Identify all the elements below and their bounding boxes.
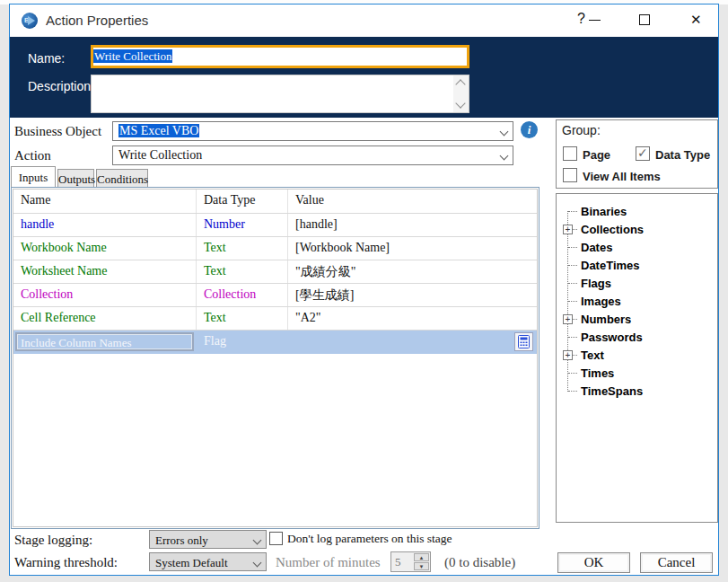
- tree-item-passwords[interactable]: Passwords: [557, 328, 717, 346]
- page-checkbox-label: Page: [583, 148, 610, 162]
- close-button[interactable]: ✕: [690, 12, 702, 28]
- param-type: Text: [197, 307, 288, 330]
- param-value[interactable]: [288, 331, 537, 353]
- action-selected-text: Write Collection: [118, 148, 202, 162]
- blue-prism-icon: [22, 13, 38, 29]
- name-label: Name:: [28, 51, 65, 66]
- warning-threshold-combobox[interactable]: System Default: [149, 552, 267, 571]
- chevron-down-icon: [500, 152, 509, 161]
- scroll-down-icon[interactable]: [455, 98, 465, 108]
- chevron-down-icon: [253, 559, 262, 568]
- tree-item-timespans[interactable]: TimeSpans: [557, 382, 717, 400]
- disable-hint-label: (0 to disable): [444, 555, 515, 570]
- inputs-table: Name Data Type Value handle Number [hand…: [13, 189, 538, 527]
- table-row[interactable]: handle Number [handle]: [13, 214, 537, 237]
- warning-threshold-value: System Default: [155, 556, 228, 569]
- scroll-up-icon[interactable]: [455, 79, 465, 89]
- name-input[interactable]: Write Collection: [91, 45, 469, 68]
- param-name-edit-field[interactable]: Include Column Names: [15, 332, 194, 351]
- tab-conditions[interactable]: Conditions: [96, 169, 148, 187]
- param-value[interactable]: [學生成績]: [288, 284, 537, 306]
- description-label: Description:: [28, 79, 94, 93]
- expand-icon[interactable]: +: [563, 225, 573, 234]
- business-object-selected-text: MS Excel VBO: [118, 124, 199, 137]
- page-checkbox[interactable]: [563, 146, 577, 161]
- param-name: Workbook Name: [13, 237, 197, 260]
- ok-button[interactable]: OK: [557, 552, 630, 573]
- group-title: Group:: [562, 123, 601, 137]
- tree-item-images[interactable]: Images: [557, 292, 717, 310]
- expand-icon[interactable]: +: [563, 350, 573, 360]
- param-type: Text: [197, 260, 288, 283]
- action-combobox[interactable]: Write Collection: [112, 146, 513, 165]
- dont-log-checkbox[interactable]: [269, 532, 283, 545]
- minutes-value: 5: [395, 555, 401, 569]
- action-properties-dialog: Action Properties ? ✕ Name: Write Collec…: [9, 4, 719, 576]
- tab-inputs[interactable]: Inputs: [11, 166, 56, 187]
- check-icon: ✓: [637, 146, 648, 160]
- minimize-button[interactable]: [589, 20, 601, 21]
- tree-item-flags[interactable]: Flags: [557, 274, 717, 292]
- tree-item-numbers[interactable]: +Numbers: [557, 310, 717, 328]
- minutes-spinner[interactable]: 5 ▲ ▼: [390, 551, 431, 572]
- spinner-down-icon[interactable]: ▼: [414, 562, 429, 570]
- param-name: Cell Reference: [13, 307, 197, 330]
- header-panel: Name: Write Collection Description:: [10, 37, 718, 118]
- data-items-tree: Binaries +Collections Dates DateTimes Fl…: [556, 193, 718, 523]
- action-label: Action: [14, 148, 51, 163]
- param-type: Text: [197, 237, 288, 260]
- param-value[interactable]: [handle]: [288, 214, 537, 236]
- info-icon[interactable]: i: [521, 121, 538, 138]
- param-name: Collection: [13, 284, 197, 306]
- spinner-up-icon[interactable]: ▲: [414, 553, 429, 561]
- cancel-button[interactable]: Cancel: [640, 552, 713, 573]
- stage-logging-combobox[interactable]: Errors only: [149, 530, 267, 549]
- tree-item-dates[interactable]: Dates: [557, 238, 717, 256]
- number-of-minutes-label: Number of minutes: [276, 555, 381, 570]
- chevron-down-icon: [500, 128, 509, 137]
- param-name: handle: [13, 214, 197, 236]
- warning-threshold-label: Warning threshold:: [14, 555, 118, 570]
- inputs-table-panel: Name Data Type Value handle Number [hand…: [11, 187, 539, 529]
- maximize-button[interactable]: [639, 14, 650, 25]
- table-row[interactable]: Cell Reference Text "A2": [13, 307, 537, 331]
- view-all-items-checkbox-label: View All Items: [583, 170, 661, 183]
- window-title: Action Properties: [46, 13, 148, 28]
- param-value[interactable]: "成績分級": [288, 260, 537, 283]
- data-type-checkbox[interactable]: ✓: [636, 146, 650, 161]
- param-type: Flag: [197, 331, 288, 353]
- table-row-selected[interactable]: Flag Include Column Names: [13, 331, 537, 354]
- param-value[interactable]: "A2": [288, 307, 537, 330]
- description-input[interactable]: [91, 75, 469, 113]
- table-row[interactable]: Worksheet Name Text "成績分級": [13, 260, 537, 284]
- tree-item-text[interactable]: +Text: [557, 346, 717, 364]
- stage-logging-label: Stage logging:: [14, 533, 92, 548]
- tree-item-times[interactable]: Times: [557, 364, 717, 382]
- tree-item-collections[interactable]: +Collections: [557, 220, 717, 238]
- group-panel: Group: Page ✓ Data Type View All Items: [556, 119, 718, 189]
- name-input-selected-text: Write Collection: [93, 49, 172, 63]
- column-header-name: Name: [13, 190, 197, 213]
- title-bar: Action Properties ? ✕: [10, 4, 718, 37]
- dont-log-label: Don't log parameters on this stage: [287, 532, 452, 546]
- stage-logging-value: Errors only: [155, 534, 208, 547]
- param-value[interactable]: [Workbook Name]: [288, 237, 537, 260]
- param-name: Worksheet Name: [13, 260, 197, 283]
- calculator-icon: [518, 335, 530, 348]
- expression-editor-button[interactable]: [514, 332, 533, 351]
- help-button[interactable]: ?: [577, 11, 585, 27]
- tab-outputs[interactable]: Outputs: [57, 169, 94, 187]
- business-object-combobox[interactable]: MS Excel VBO: [112, 121, 513, 141]
- param-type: Number: [197, 214, 288, 236]
- param-type: Collection: [197, 284, 288, 306]
- description-scrollbar[interactable]: [453, 75, 469, 112]
- table-row[interactable]: Workbook Name Text [Workbook Name]: [13, 237, 537, 260]
- view-all-items-checkbox[interactable]: [563, 168, 577, 182]
- data-type-checkbox-label: Data Type: [655, 148, 710, 162]
- column-header-value: Value: [288, 190, 537, 213]
- table-row[interactable]: Collection Collection [學生成績]: [13, 284, 537, 307]
- business-object-label: Business Object: [14, 124, 101, 139]
- tree-item-binaries[interactable]: Binaries: [557, 202, 717, 220]
- expand-icon[interactable]: +: [563, 314, 573, 324]
- tree-item-datetimes[interactable]: DateTimes: [557, 256, 717, 274]
